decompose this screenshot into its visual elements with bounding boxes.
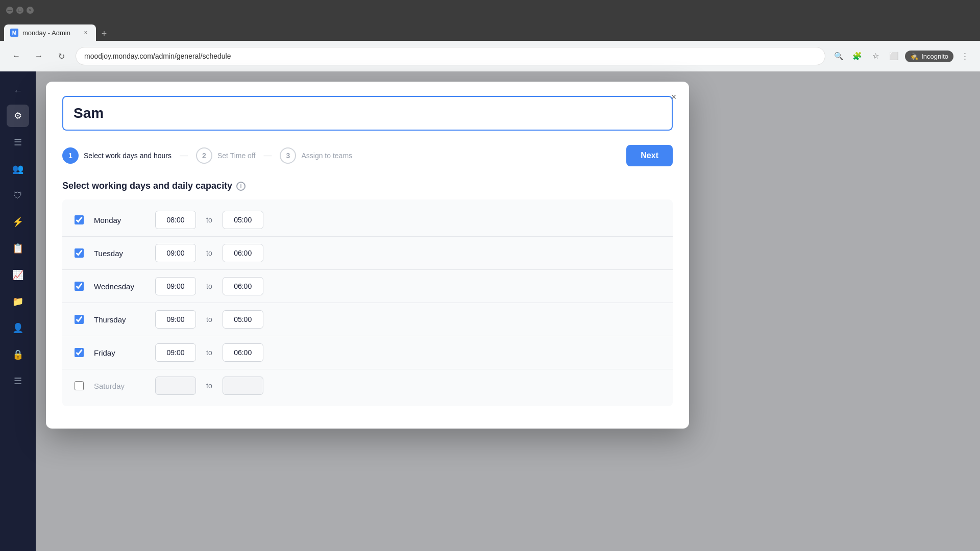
forward-nav-button[interactable]: → — [31, 48, 47, 64]
minimize-button[interactable]: — — [6, 7, 13, 14]
wednesday-to-label: to — [206, 282, 212, 290]
address-bar: ← → ↻ moodjoy.monday.com/admin/general/s… — [0, 41, 980, 71]
sidebar-icon-menu[interactable]: ☰ — [7, 131, 29, 154]
new-tab-button[interactable]: + — [97, 27, 111, 41]
wednesday-label: Wednesday — [94, 282, 145, 291]
sidebar-icon-users[interactable]: 👥 — [7, 158, 29, 180]
day-row-monday: Monday to — [62, 204, 673, 237]
section-title: Select working days and daily capacity i — [62, 181, 673, 191]
sidebar-icon-security[interactable]: 🛡 — [7, 184, 29, 207]
tuesday-checkbox[interactable] — [75, 248, 84, 258]
sidebar-icon-more[interactable]: ☰ — [7, 370, 29, 392]
wednesday-end-time[interactable] — [223, 277, 263, 295]
saturday-end-time — [223, 377, 263, 395]
incognito-icon: 🕵 — [910, 53, 918, 60]
friday-to-label: to — [206, 348, 212, 357]
step-2-circle: 2 — [196, 147, 212, 164]
close-button[interactable]: × — [27, 7, 34, 14]
refresh-button[interactable]: ↻ — [53, 48, 69, 64]
friday-label: Friday — [94, 348, 145, 357]
active-tab[interactable]: M monday - Admin × — [4, 24, 96, 41]
info-icon[interactable]: i — [236, 182, 246, 191]
monday-start-time[interactable] — [155, 211, 196, 229]
sidebar-icon-files[interactable]: 📁 — [7, 290, 29, 313]
extensions-icon[interactable]: 🧩 — [850, 49, 864, 63]
step-3-circle: 3 — [280, 147, 296, 164]
sidebar-icon-boards[interactable]: 📋 — [7, 237, 29, 260]
tuesday-label: Tuesday — [94, 249, 145, 258]
thursday-start-time[interactable] — [155, 310, 196, 329]
address-input[interactable]: moodjoy.monday.com/admin/general/schedul… — [76, 47, 825, 65]
modal-overlay: × 1 Select work days and hours — 2 Set T… — [36, 71, 980, 551]
day-row-tuesday: Tuesday to — [62, 237, 673, 270]
main-content: ← ⚙ ☰ 👥 🛡 ⚡ 📋 📈 📁 👤 🔒 ☰ Ad Learn × — [0, 71, 980, 551]
monday-to-label: to — [206, 216, 212, 224]
schedule-name-input[interactable] — [62, 96, 673, 131]
saturday-checkbox[interactable] — [75, 381, 84, 390]
next-button[interactable]: Next — [626, 145, 673, 166]
tuesday-to-label: to — [206, 249, 212, 257]
modal-dialog: × 1 Select work days and hours — 2 Set T… — [46, 82, 689, 429]
stepper: 1 Select work days and hours — 2 Set Tim… — [62, 145, 673, 166]
step-1: 1 Select work days and hours — [62, 147, 172, 164]
address-text: moodjoy.monday.com/admin/general/schedul… — [84, 52, 231, 60]
wednesday-start-time[interactable] — [155, 277, 196, 295]
step-2-label: Set Time off — [217, 152, 255, 160]
back-nav-button[interactable]: ← — [8, 48, 24, 64]
step-2: 2 Set Time off — [196, 147, 255, 164]
tab-close-button[interactable]: × — [82, 29, 90, 37]
sidebar-icon-lock[interactable]: 🔒 — [7, 343, 29, 366]
monday-end-time[interactable] — [223, 211, 263, 229]
incognito-label: Incognito — [921, 53, 948, 60]
section-title-text: Select working days and daily capacity — [62, 181, 232, 191]
days-container: Monday to Tuesday to — [62, 199, 673, 406]
step-separator-1: — — [180, 151, 188, 160]
saturday-start-time — [155, 377, 196, 395]
saturday-label: Saturday — [94, 382, 145, 390]
maximize-button[interactable]: □ — [16, 7, 23, 14]
app-sidebar: ← ⚙ ☰ 👥 🛡 ⚡ 📋 📈 📁 👤 🔒 ☰ — [0, 71, 36, 551]
friday-start-time[interactable] — [155, 343, 196, 362]
saturday-to-label: to — [206, 382, 212, 390]
step-separator-2: — — [263, 151, 272, 160]
tuesday-start-time[interactable] — [155, 244, 196, 262]
tuesday-end-time[interactable] — [223, 244, 263, 262]
search-icon[interactable]: 🔍 — [831, 49, 846, 63]
sidebar-icon-analytics[interactable]: 📈 — [7, 264, 29, 286]
day-row-saturday: Saturday to — [62, 369, 673, 402]
thursday-label: Thursday — [94, 315, 145, 324]
sidebar-icon-settings[interactable]: ⚙ — [7, 105, 29, 127]
sidebar-icon-integrations[interactable]: ⚡ — [7, 211, 29, 233]
tab-favicon: M — [10, 29, 18, 37]
sidebar-back-button[interactable]: ← — [0, 80, 36, 103]
address-icons: 🔍 🧩 ☆ ⬜ 🕵 Incognito ⋮ — [831, 49, 972, 63]
step-1-circle: 1 — [62, 147, 79, 164]
browser-chrome: — □ × M monday - Admin × + ← → ↻ moodjoy… — [0, 0, 980, 71]
thursday-checkbox[interactable] — [75, 315, 84, 324]
step-1-label: Select work days and hours — [84, 152, 172, 160]
wednesday-checkbox[interactable] — [75, 282, 84, 291]
menu-icon[interactable]: ⋮ — [958, 49, 972, 63]
thursday-to-label: to — [206, 315, 212, 323]
star-icon[interactable]: ☆ — [868, 49, 883, 63]
incognito-badge: 🕵 Incognito — [905, 51, 953, 62]
monday-checkbox[interactable] — [75, 215, 84, 224]
modal-close-button[interactable]: × — [667, 90, 681, 104]
title-bar: — □ × — [0, 0, 980, 20]
window-controls: — □ × — [6, 7, 34, 14]
step-3: 3 Assign to teams — [280, 147, 352, 164]
friday-end-time[interactable] — [223, 343, 263, 362]
tab-title: monday - Admin — [22, 29, 70, 37]
day-row-friday: Friday to — [62, 336, 673, 369]
sidebar-icon-account[interactable]: 👤 — [7, 317, 29, 339]
monday-label: Monday — [94, 216, 145, 224]
day-row-thursday: Thursday to — [62, 303, 673, 336]
day-row-wednesday: Wednesday to — [62, 270, 673, 303]
page-area: Ad Learn × 1 Select work days and hours … — [36, 71, 980, 551]
thursday-end-time[interactable] — [223, 310, 263, 329]
tab-bar: M monday - Admin × + — [0, 20, 980, 41]
split-view-icon[interactable]: ⬜ — [887, 49, 901, 63]
step-3-label: Assign to teams — [301, 152, 352, 160]
friday-checkbox[interactable] — [75, 348, 84, 357]
